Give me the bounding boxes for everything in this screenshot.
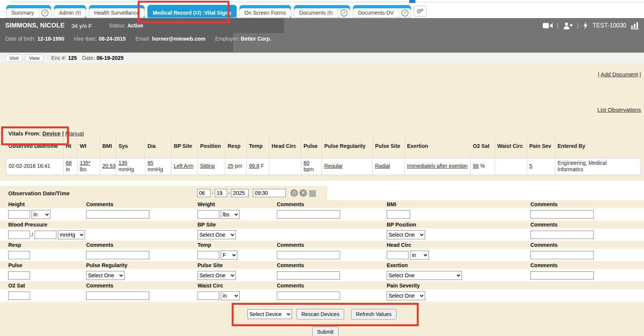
lightning-bolt-icon[interactable] <box>583 22 588 29</box>
bp-diastolic-input[interactable] <box>35 231 56 239</box>
col-resp: Resp <box>225 135 247 158</box>
col-temp: Temp <box>247 135 269 158</box>
add-person-icon[interactable] <box>563 22 573 29</box>
tab-admin[interactable]: Admin (5) <box>54 5 86 18</box>
tab-on-screen-forms[interactable]: On Screen Forms <box>239 5 291 18</box>
cell-exertion: Immediately after exertion <box>405 158 471 175</box>
page: Summary ↗ Admin (5) Health Surveillance … <box>0 0 644 336</box>
refresh-values-button[interactable]: Refresh Values <box>351 309 396 319</box>
height-input[interactable] <box>8 210 30 219</box>
bp-site-value-link[interactable]: Left Arm <box>174 163 193 169</box>
pain-severity-select[interactable]: Select One <box>387 291 425 300</box>
list-observations-link[interactable]: List Observations <box>597 106 641 113</box>
o2-sat-value-link[interactable]: 98 <box>473 163 479 169</box>
exertion-select[interactable]: Select One <box>387 271 462 280</box>
bmi-comments-input[interactable] <box>530 210 594 219</box>
bmi-value-link[interactable]: 20.53 <box>102 163 115 169</box>
bp-position-select[interactable]: Select One <box>387 230 425 239</box>
ht-value-link[interactable]: 68 <box>66 160 72 166</box>
o2-sat-input[interactable] <box>8 292 30 300</box>
bp-unit-select[interactable]: mmHg <box>58 230 85 239</box>
resp-value-link[interactable]: 25 <box>228 163 234 169</box>
exertion-value-link[interactable]: Immediately after exertion <box>407 163 468 169</box>
pulse-comments-input[interactable] <box>277 271 340 280</box>
obs-month-input[interactable] <box>197 189 211 197</box>
add-document-link[interactable]: Add Document <box>601 71 638 78</box>
bp-systolic-input[interactable] <box>8 231 30 239</box>
tab-documents-dv[interactable]: Documents-DV ↗ <box>353 5 411 18</box>
temp-input[interactable] <box>197 251 219 259</box>
col-pulse-regularity: Pulse Regularity <box>322 135 373 158</box>
position-value-link[interactable]: Sitting <box>200 163 215 169</box>
calendar-icon[interactable]: ▦ <box>308 189 316 197</box>
tab-health-surveillance[interactable]: Health Surveillance <box>89 5 145 18</box>
enc-number-value: 125 <box>68 55 77 61</box>
popout-icon[interactable]: ↗ <box>39 8 51 17</box>
settings-gear-icon[interactable]: ⚙⚙ <box>414 6 427 17</box>
weight-unit-select[interactable]: lbs <box>221 210 240 219</box>
cell-observed: 02-02-2016 16:41 <box>6 158 64 175</box>
submit-button[interactable]: Submit <box>312 327 339 336</box>
obs-year-input[interactable] <box>231 189 249 197</box>
bp-comments-input[interactable] <box>530 231 594 239</box>
comments-label: Comments <box>530 261 644 269</box>
waist-circ-comments-input[interactable] <box>277 292 340 300</box>
tab-medical-record-vital-signs[interactable]: Medical Record (12):Vital Signs <box>147 5 237 18</box>
tab-documents[interactable]: Documents (8) ↗ <box>294 5 350 18</box>
popout-icon[interactable]: ↗ <box>399 8 411 17</box>
tab-label: Admin <box>59 10 74 16</box>
obs-time-input[interactable] <box>253 189 286 197</box>
exertion-comments-input[interactable] <box>530 271 594 280</box>
head-circ-input[interactable] <box>387 251 409 259</box>
exertion-label: Exertion <box>387 261 530 269</box>
o2-sat-comments-input[interactable] <box>86 292 149 300</box>
comments-label: Comments <box>530 241 644 249</box>
head-circ-unit-select[interactable]: in <box>410 251 429 260</box>
browser-edge-line <box>11 2 644 2</box>
dia-value-link[interactable]: 85 <box>147 160 153 166</box>
bmi-input[interactable] <box>387 210 410 219</box>
chart-id: TEST-10030 <box>592 22 626 29</box>
resp-input[interactable] <box>8 251 30 259</box>
pulse-site-value-link[interactable]: Radial <box>375 163 390 169</box>
sys-value-link[interactable]: 135 <box>118 160 127 166</box>
pulse-regularity-value-link[interactable]: Regular <box>324 163 343 169</box>
bp-site-select[interactable]: Select One <box>197 230 236 239</box>
wt-value-link[interactable]: 135* <box>80 160 91 166</box>
tab-summary[interactable]: Summary ↗ <box>6 5 51 18</box>
clear-date-icon[interactable]: ✕ <box>299 189 307 197</box>
clock-icon[interactable]: ◷ <box>290 189 298 197</box>
temp-comments-input[interactable] <box>277 251 340 259</box>
cell-head-circ <box>269 158 301 175</box>
cell-o2-sat: 98% <box>471 158 495 175</box>
pulse-input[interactable] <box>8 271 30 280</box>
cell-dia: 85mmHg <box>145 158 172 175</box>
bar-chart-icon[interactable] <box>631 22 639 29</box>
rescan-devices-button[interactable]: Rescan Devices <box>296 309 344 319</box>
obs-day-input[interactable] <box>215 189 227 197</box>
head-circ-comments-input[interactable] <box>530 251 594 259</box>
weight-comments-input[interactable] <box>277 210 340 219</box>
waist-circ-input[interactable] <box>197 292 219 300</box>
pain-sev-value-link[interactable]: 5 <box>529 163 532 169</box>
waist-circ-unit-select[interactable]: in <box>221 291 240 300</box>
view-button[interactable]: View <box>25 54 44 62</box>
video-camera-icon[interactable] <box>543 22 553 29</box>
pulse-site-label: Pulse Site <box>197 261 277 269</box>
select-device-dropdown[interactable]: Select Device <box>248 309 292 319</box>
resp-comments-input[interactable] <box>86 251 149 259</box>
pulse-site-select[interactable]: Select One <box>197 271 236 280</box>
pulse-value-link[interactable]: 60 <box>304 160 310 166</box>
popout-icon[interactable]: ↗ <box>338 8 350 17</box>
vitals-entry-form: Height Comments Weight Comments BMI Comm… <box>0 200 644 302</box>
cell-pulse-regularity: Regular <box>322 158 373 175</box>
visit-button[interactable]: Visit <box>5 54 23 62</box>
height-comments-input[interactable] <box>86 210 149 219</box>
temp-unit-select[interactable]: F <box>221 251 237 260</box>
comments-label: Comments <box>86 200 197 208</box>
weight-input[interactable] <box>197 210 219 219</box>
enc-date-label: Date: <box>82 55 94 61</box>
pulse-regularity-select[interactable]: Select One <box>86 271 125 280</box>
temp-value-link[interactable]: 99.8 <box>249 163 259 169</box>
height-unit-select[interactable]: in <box>32 210 50 219</box>
